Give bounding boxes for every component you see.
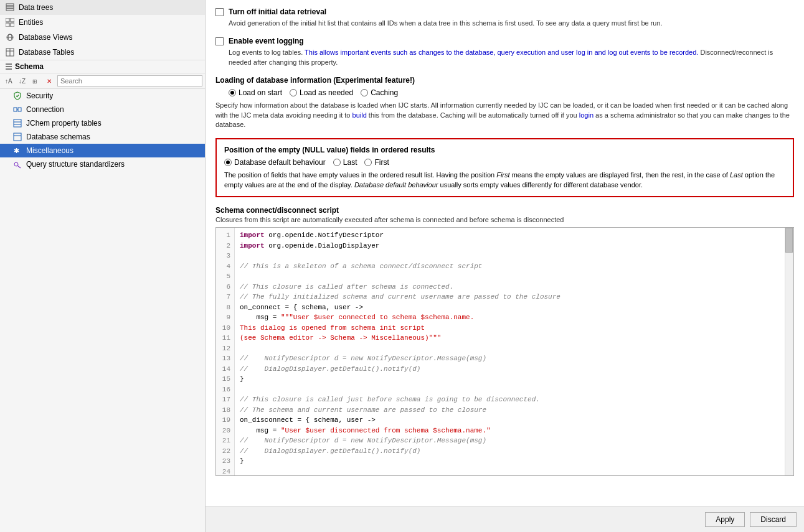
- sort-asc-button[interactable]: ↑A: [2, 75, 15, 87]
- code-line-3: [240, 251, 780, 261]
- sidebar-item-db-schemas-label: Database schemas: [26, 133, 90, 141]
- sidebar-item-entities-label: Entities: [19, 18, 43, 27]
- first-radio[interactable]: [364, 159, 372, 166]
- sort-desc-button[interactable]: ↓Z: [16, 75, 29, 87]
- svg-rect-3: [6, 18, 9, 22]
- svg-text:↑A: ↑A: [5, 78, 12, 85]
- code-line-15: }: [240, 374, 780, 385]
- code-line-20: msg = "User $user disconnected from sche…: [240, 426, 780, 436]
- sidebar-item-security-label: Security: [26, 91, 53, 100]
- code-line-9: msg = """User $user connected to schema …: [240, 312, 780, 323]
- data-trees-icon: [5, 2, 15, 12]
- code-line-7: // The fully initialized schema and curr…: [240, 292, 780, 302]
- code-line-19: on_disconnect = { schema, user ->: [240, 415, 780, 426]
- expand-button[interactable]: ⊞: [30, 75, 42, 87]
- loading-db-section: Loading of database information (Experim…: [215, 76, 794, 129]
- turn-off-retrieval-desc: Avoid generation of the initial hit list…: [229, 19, 794, 28]
- sidebar-item-security[interactable]: Security: [0, 89, 205, 103]
- main-content: Turn off initial data retrieval Avoid ge…: [206, 0, 804, 532]
- turn-off-retrieval-checkbox[interactable]: [215, 8, 224, 16]
- svg-rect-1: [6, 6, 14, 8]
- sidebar-item-entities[interactable]: Entities: [0, 15, 205, 30]
- svg-rect-0: [6, 4, 14, 6]
- turn-off-retrieval-title: Turn off initial data retrieval: [229, 7, 326, 16]
- sidebar-item-connection-label: Connection: [26, 105, 64, 114]
- load-on-start-option[interactable]: Load on start: [229, 88, 282, 97]
- sidebar-item-miscellaneous[interactable]: ✱ Miscellaneous: [0, 144, 205, 157]
- sidebar-item-miscellaneous-label: Miscellaneous: [26, 146, 73, 155]
- code-line-14: // DialogDisplayer.getDefault().notify(d…: [240, 364, 780, 375]
- sidebar-item-db-tables[interactable]: Database Tables: [0, 45, 205, 60]
- svg-text:✕: ✕: [47, 78, 52, 85]
- schema-script-desc: Closures from this script are automatica…: [215, 216, 794, 223]
- null-position-desc: The position of fields that have empty v…: [224, 170, 785, 190]
- scrollbar-track[interactable]: [785, 228, 793, 475]
- content-area: Turn off initial data retrieval Avoid ge…: [206, 0, 804, 506]
- event-logging-checkbox[interactable]: [215, 37, 224, 45]
- sidebar-item-query-structure[interactable]: Query structure standardizers: [0, 157, 205, 171]
- database-schemas-icon: [12, 132, 22, 142]
- bottom-bar: Apply Discard: [206, 506, 804, 532]
- svg-rect-26: [14, 133, 21, 141]
- code-line-17: // This closure is called just before sc…: [240, 394, 780, 405]
- sidebar-item-jchem-tables-label: JChem property tables: [26, 119, 102, 128]
- sidebar-item-database-schemas[interactable]: Database schemas: [0, 130, 205, 144]
- sidebar-item-query-label: Query structure standardizers: [26, 160, 125, 169]
- null-position-section: Position of the empty (NULL value) field…: [215, 138, 794, 197]
- caching-label: Caching: [371, 88, 398, 97]
- sidebar: Data trees Entities Database Views Datab…: [0, 0, 206, 532]
- db-views-icon: [5, 32, 15, 42]
- first-option[interactable]: First: [364, 158, 389, 167]
- sidebar-toolbar: ↑A ↓Z ⊞ ✕: [0, 73, 205, 89]
- svg-rect-21: [18, 108, 21, 111]
- clear-search-button[interactable]: ✕: [44, 75, 56, 87]
- load-as-needed-radio[interactable]: [290, 89, 297, 96]
- svg-text:✱: ✱: [14, 147, 19, 154]
- code-line-13: // NotifyDescriptor d = new NotifyDescri…: [240, 353, 780, 364]
- sidebar-item-jchem-tables[interactable]: JChem property tables: [0, 116, 205, 130]
- search-input[interactable]: [57, 75, 202, 86]
- code-lines[interactable]: import org.openide.NotifyDescriptor impo…: [235, 228, 785, 475]
- code-line-24: [240, 467, 780, 476]
- code-line-6: // This closure is called after schema i…: [240, 282, 780, 292]
- build-link: build: [352, 111, 367, 119]
- sidebar-item-connection[interactable]: Connection: [0, 103, 205, 116]
- sidebar-item-db-views-label: Database Views: [19, 33, 73, 42]
- apply-button[interactable]: Apply: [705, 512, 745, 527]
- sidebar-item-data-trees[interactable]: Data trees: [0, 0, 205, 15]
- event-logging-desc: Log events to log tables. This allows im…: [229, 48, 794, 67]
- db-default-label: Database default behaviour: [234, 158, 326, 167]
- svg-line-30: [18, 166, 21, 169]
- sidebar-item-db-tables-label: Database Tables: [19, 48, 74, 57]
- load-on-start-radio[interactable]: [229, 89, 236, 96]
- loading-db-title: Loading of database information (Experim…: [215, 76, 794, 85]
- caching-option[interactable]: Caching: [361, 88, 398, 97]
- jchem-tables-icon: [12, 118, 22, 128]
- login-link: login: [579, 111, 594, 119]
- connection-icon: [12, 105, 22, 114]
- code-line-21: // NotifyDescriptor d = new NotifyDescri…: [240, 436, 780, 446]
- miscellaneous-icon: ✱: [12, 146, 22, 156]
- code-line-2: import org.openide.DialogDisplayer: [240, 241, 780, 251]
- discard-button[interactable]: Discard: [750, 512, 797, 527]
- last-option[interactable]: Last: [333, 158, 357, 167]
- load-as-needed-option[interactable]: Load as needed: [290, 88, 353, 97]
- last-radio[interactable]: [333, 159, 341, 166]
- code-line-1: import org.openide.NotifyDescriptor: [240, 230, 780, 241]
- sidebar-top-section: Data trees Entities Database Views Datab…: [0, 0, 205, 60]
- db-tables-icon: [5, 47, 15, 57]
- code-line-8: on_connect = { schema, user ->: [240, 302, 780, 313]
- svg-rect-4: [11, 18, 14, 22]
- svg-rect-2: [6, 9, 14, 11]
- db-default-option[interactable]: Database default behaviour: [224, 158, 326, 167]
- sidebar-item-db-views[interactable]: Database Views: [0, 30, 205, 45]
- db-default-italic: Database default behaviour: [354, 181, 438, 189]
- event-logging-title: Enable event logging: [229, 37, 304, 45]
- scrollbar-thumb[interactable]: [785, 228, 793, 253]
- query-structure-icon: [12, 159, 22, 169]
- caching-radio[interactable]: [361, 89, 368, 96]
- svg-point-29: [14, 162, 18, 166]
- code-editor[interactable]: 12345 678910 1112131415 1617181920 21222…: [215, 227, 794, 476]
- code-line-4: // This is a skeleton of a schema connec…: [240, 261, 780, 272]
- db-default-radio[interactable]: [224, 159, 232, 166]
